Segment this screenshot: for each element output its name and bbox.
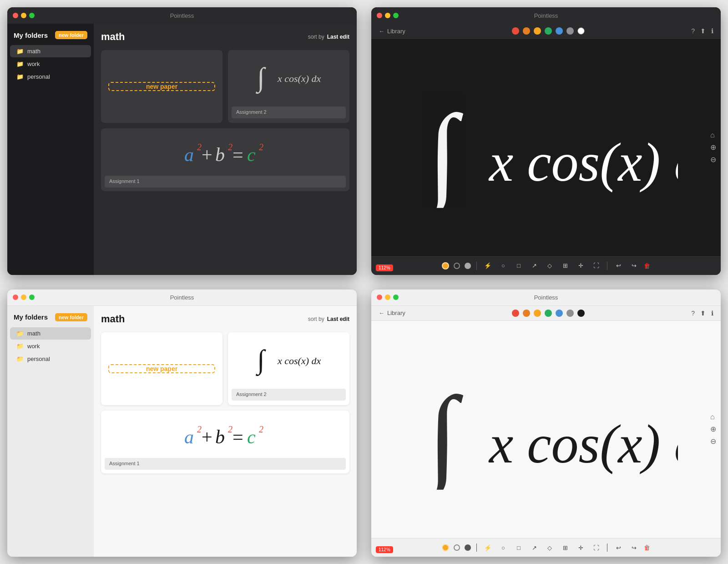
close-button[interactable] xyxy=(377,295,382,300)
tool-circle[interactable]: ○ xyxy=(498,260,509,271)
color-yellow[interactable] xyxy=(534,27,541,35)
help-icon[interactable]: ? xyxy=(691,27,695,35)
assignment2-label: Assignment 2 xyxy=(232,389,346,401)
color-red[interactable] xyxy=(512,310,519,317)
tool-fullscreen[interactable]: ⛶ xyxy=(591,260,602,271)
tool-move[interactable]: ✛ xyxy=(575,542,586,553)
minimize-button[interactable] xyxy=(21,295,26,300)
color-blue[interactable] xyxy=(556,27,563,35)
back-button[interactable]: ← Library xyxy=(379,310,405,316)
trash-icon[interactable]: 🗑 xyxy=(644,262,650,269)
tool-redo[interactable]: ↪ xyxy=(628,542,639,553)
color-gray[interactable] xyxy=(566,310,574,317)
maximize-button[interactable] xyxy=(29,295,35,300)
color-yellow[interactable] xyxy=(534,310,541,317)
tool-undo[interactable]: ↩ xyxy=(613,542,624,553)
trash-icon[interactable]: 🗑 xyxy=(644,544,650,551)
sidebar-item-work[interactable]: 📁 work xyxy=(10,58,91,70)
tool-pen-white[interactable] xyxy=(454,544,460,551)
tool-pen-white[interactable] xyxy=(454,263,460,269)
color-orange[interactable] xyxy=(523,27,530,35)
tool-square[interactable]: □ xyxy=(513,542,524,553)
tool-lightning[interactable]: ⚡ xyxy=(482,542,493,553)
zoom-in-icon[interactable]: ⊕ xyxy=(710,143,716,152)
assignment1-card[interactable]: a 2 + b 2 = c 2 Assignment 1 xyxy=(101,128,349,191)
sidebar-item-personal[interactable]: 📁 personal xyxy=(10,353,91,365)
sidebar-item-label: personal xyxy=(27,73,50,80)
new-paper-card[interactable]: new paper xyxy=(101,50,222,123)
sidebar-item-label: work xyxy=(27,343,40,350)
close-button[interactable] xyxy=(13,295,18,300)
minimize-button[interactable] xyxy=(385,295,390,300)
tool-grid[interactable]: ⊞ xyxy=(560,542,571,553)
sort-label: sort by xyxy=(308,316,324,322)
canvas-area[interactable]: ∫ x cos(x) dx ⌂ ⊕ ⊖ xyxy=(371,321,721,539)
sidebar-item-personal[interactable]: 📁 personal xyxy=(10,71,91,83)
close-button[interactable] xyxy=(13,13,18,18)
sidebar-item-math[interactable]: 📁 math xyxy=(10,327,91,340)
zoom-out-icon[interactable]: ⊖ xyxy=(710,437,716,446)
maximize-button[interactable] xyxy=(29,13,35,18)
sort-control[interactable]: sort by Last edit xyxy=(308,34,349,40)
tool-pen-orange[interactable] xyxy=(442,544,449,551)
tool-lightning[interactable]: ⚡ xyxy=(482,260,493,271)
color-white[interactable] xyxy=(577,27,585,35)
color-blue[interactable] xyxy=(556,310,563,317)
tool-pen-orange[interactable] xyxy=(442,262,449,269)
svg-text:∫: ∫ xyxy=(256,345,266,376)
download-icon[interactable]: ⬆ xyxy=(700,27,706,35)
tool-grid[interactable]: ⊞ xyxy=(560,260,571,271)
zoom-out-icon[interactable]: ⊖ xyxy=(710,155,716,164)
home-icon[interactable]: ⌂ xyxy=(710,413,716,421)
tool-move[interactable]: ✛ xyxy=(575,260,586,271)
titlebar-bottom-right: Pointless xyxy=(371,290,721,306)
assignment2-card[interactable]: ∫ x cos(x) dx Assignment 2 xyxy=(228,50,349,123)
minimize-button[interactable] xyxy=(385,13,390,18)
minimize-button[interactable] xyxy=(21,13,26,18)
tool-circle[interactable]: ○ xyxy=(498,542,509,553)
window-title: Pointless xyxy=(170,294,194,301)
sort-control[interactable]: sort by Last edit xyxy=(308,316,349,322)
main-content: math sort by Last edit new paper xyxy=(94,24,357,275)
color-black[interactable] xyxy=(577,310,585,317)
svg-text:c: c xyxy=(247,427,256,447)
back-arrow-icon: ← xyxy=(379,310,384,316)
tool-arrow[interactable]: ↗ xyxy=(529,542,540,553)
color-gray[interactable] xyxy=(566,27,574,35)
home-icon[interactable]: ⌂ xyxy=(710,131,716,139)
zoom-in-icon[interactable]: ⊕ xyxy=(710,425,716,433)
tool-arrow[interactable]: ↗ xyxy=(529,260,540,271)
sidebar: My folders new folder 📁 math 📁 work 📁 pe… xyxy=(7,24,94,275)
sidebar-item-math[interactable]: 📁 math xyxy=(10,45,91,57)
assignment2-card[interactable]: ∫ x cos(x) dx Assignment 2 xyxy=(228,332,349,405)
tool-eraser[interactable]: ◇ xyxy=(544,542,555,553)
canvas-formula-svg-dark: ∫ x cos(x) dx xyxy=(414,71,678,208)
maximize-button[interactable] xyxy=(393,13,399,18)
folder-icon: 📁 xyxy=(16,73,24,80)
info-icon[interactable]: ℹ xyxy=(711,310,713,317)
info-icon[interactable]: ℹ xyxy=(711,27,713,35)
new-paper-card[interactable]: new paper xyxy=(101,332,222,405)
new-folder-button[interactable]: new folder xyxy=(55,313,87,321)
assignment1-card[interactable]: a 2 + b 2 = c 2 Assignment 1 xyxy=(101,411,349,473)
canvas-area[interactable]: ∫ x cos(x) dx ⌂ ⊕ ⊖ xyxy=(371,39,721,256)
color-orange[interactable] xyxy=(523,310,530,317)
color-green[interactable] xyxy=(545,27,552,35)
tool-eraser[interactable]: ◇ xyxy=(544,260,555,271)
color-green[interactable] xyxy=(545,310,552,317)
sidebar-item-work[interactable]: 📁 work xyxy=(10,340,91,352)
tool-undo[interactable]: ↩ xyxy=(613,260,624,271)
back-button[interactable]: ← Library xyxy=(379,28,405,35)
maximize-button[interactable] xyxy=(393,295,399,300)
download-icon[interactable]: ⬆ xyxy=(700,310,706,317)
tool-pen-dark[interactable] xyxy=(465,544,471,551)
color-red[interactable] xyxy=(512,27,519,35)
new-folder-button[interactable]: new folder xyxy=(55,31,87,39)
tool-pen-dark[interactable] xyxy=(465,263,471,269)
tool-redo[interactable]: ↪ xyxy=(628,260,639,271)
tool-square[interactable]: □ xyxy=(513,260,524,271)
tool-fullscreen[interactable]: ⛶ xyxy=(591,542,602,553)
canvas-icons-right: ? ⬆ ℹ xyxy=(691,310,713,317)
close-button[interactable] xyxy=(377,13,382,18)
help-icon[interactable]: ? xyxy=(691,310,695,317)
